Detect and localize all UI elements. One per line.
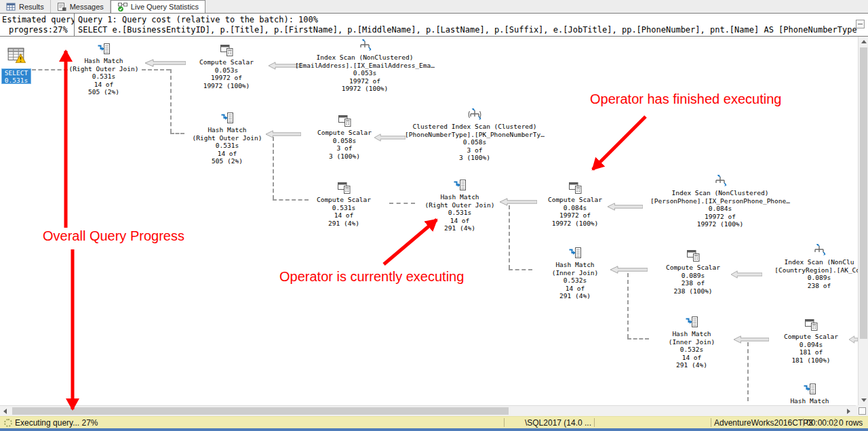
plan-node-select[interactable]: SELECT 0.531s xyxy=(1,68,31,84)
estimated-progress-line2: progress:27% xyxy=(2,25,72,35)
plan-edge-arrow xyxy=(849,335,858,344)
compute-scalar-icon xyxy=(804,318,818,331)
status-database-name: AdventureWorks2016CTP3 xyxy=(714,418,813,428)
plan-edge-dashed xyxy=(627,338,649,340)
index-scan-icon xyxy=(358,39,372,52)
status-elapsed-time: 00:00:02 xyxy=(806,418,838,428)
results-grid-icon xyxy=(6,2,16,12)
status-executing-text: Executing query... 27% xyxy=(15,418,98,428)
query-header-box: Query 1: Query cost (relative to the bat… xyxy=(75,14,868,36)
scroll-down-icon[interactable] xyxy=(861,398,867,402)
plan-edge-dashed xyxy=(389,203,415,204)
plan-edge-dashed xyxy=(627,273,629,338)
select-time: 0.531s xyxy=(2,77,31,84)
scroll-left-icon[interactable] xyxy=(3,409,7,414)
tab-messages[interactable]: Messages xyxy=(51,0,111,13)
query-text-line: SELECT e.[BusinessEntityID], p.[Title], … xyxy=(78,25,866,35)
index-scan-icon xyxy=(812,243,826,257)
plan-edge-dashed xyxy=(273,137,274,199)
estimated-progress-line1: Estimated query xyxy=(2,15,72,25)
plan-node-clustered-index-scan[interactable]: Clustered Index Scan (Clustered) [PhoneN… xyxy=(397,108,553,162)
scroll-right-icon[interactable] xyxy=(847,409,850,414)
tab-live-query-statistics[interactable]: Live Query Statistics xyxy=(111,0,205,13)
plan-node-compute-scalar-6[interactable]: Compute Scalar 0.094s 181 of 181 (100%) xyxy=(774,318,848,364)
plan-edge-dashed xyxy=(509,205,510,269)
plan-edge-arrow xyxy=(145,59,186,67)
compute-scalar-icon xyxy=(337,181,351,194)
compute-scalar-icon xyxy=(568,181,582,194)
vertical-scroll-thumb[interactable] xyxy=(860,47,867,339)
plan-edge-arrow xyxy=(608,203,643,211)
plan-node-compute-scalar-2[interactable]: Compute Scalar 0.058s 3 of 3 (100%) xyxy=(307,114,382,160)
plan-node-index-scan-emailaddress[interactable]: Index Scan (NonClustered) [EmailAddress]… xyxy=(287,39,443,93)
hash-match-icon xyxy=(568,246,582,260)
select-label: SELECT xyxy=(2,69,31,77)
plan-header: Estimated query progress:27% Query 1: Qu… xyxy=(0,13,868,37)
status-row-count: 0 rows xyxy=(839,418,863,428)
window-bottom-edge xyxy=(0,428,868,431)
index-scan-icon xyxy=(713,174,727,188)
scroll-up-icon[interactable] xyxy=(861,40,867,43)
plan-edge-dashed xyxy=(747,342,749,401)
plan-edge-arrow xyxy=(500,198,537,206)
tab-results[interactable]: Results xyxy=(0,0,51,13)
plan-node-compute-scalar-4-finished[interactable]: Compute Scalar 0.084s 19972 of 19972 (10… xyxy=(538,181,612,227)
hash-match-icon xyxy=(453,178,467,192)
plan-node-hash-match-1[interactable]: Hash Match (Right Outer Join) 0.531s 14 … xyxy=(60,42,148,96)
plan-node-hash-match-5[interactable]: Hash Match (Inner Join) 0.532s 14 of 291… xyxy=(648,315,736,369)
live-query-statistics-icon xyxy=(117,2,127,12)
status-separator xyxy=(594,418,595,427)
horizontal-scroll-thumb[interactable] xyxy=(12,407,509,415)
status-separator xyxy=(835,418,835,427)
compute-scalar-icon xyxy=(338,114,351,127)
tab-results-label: Results xyxy=(19,3,44,11)
select-result-icon xyxy=(7,46,26,64)
tab-messages-label: Messages xyxy=(70,3,104,11)
compute-scalar-icon xyxy=(686,249,700,262)
plan-node-hash-match-3-currently-executing[interactable]: Hash Match (Right Outer Join) 0.531s 14 … xyxy=(416,178,504,232)
plan-edge-dashed xyxy=(170,69,172,133)
plan-node-compute-scalar-1[interactable]: Compute Scalar 0.053s 19972 of 19972 (10… xyxy=(189,43,264,89)
hash-match-icon xyxy=(803,382,816,396)
estimated-progress-box: Estimated query progress:27% xyxy=(0,14,75,36)
plan-node-compute-scalar-3[interactable]: Compute Scalar 0.531s 14 of 291 (4%) xyxy=(307,181,381,227)
collapse-query-button[interactable] xyxy=(856,20,865,28)
annotation-finished-executing: Operator has finished executing xyxy=(590,91,781,107)
live-query-statistics-pane: Results Messages Live Query Statistics E… xyxy=(0,0,868,431)
status-separator xyxy=(711,418,711,427)
annotation-currently-executing: Operator is currently executing xyxy=(279,268,464,285)
status-server-name: \SQL2017 (14.0 ... xyxy=(506,418,591,428)
plan-edge-dashed xyxy=(273,199,309,201)
messages-document-icon xyxy=(57,2,66,12)
plan-vertical-scrollbar[interactable] xyxy=(858,37,868,405)
results-pane-tabbar: Results Messages Live Query Statistics xyxy=(0,0,868,13)
plan-edge-dashed xyxy=(170,133,184,134)
plan-node-compute-scalar-5[interactable]: Compute Scalar 0.089s 238 of 238 (100%) xyxy=(656,249,730,295)
status-separator xyxy=(803,418,804,427)
plan-node-hash-match-4[interactable]: Hash Match (Inner Join) 0.532s 14 of 291… xyxy=(531,246,619,300)
query-cost-line: Query 1: Query cost (relative to the bat… xyxy=(78,15,866,25)
scrollbar-corner-button[interactable] xyxy=(856,405,868,416)
plan-node-hash-match-6-partial[interactable]: Hash Match xyxy=(766,382,854,405)
plan-node-index-scan-personphone[interactable]: Index Scan (NonClustered) [PersonPhone].… xyxy=(642,174,798,228)
status-separator xyxy=(504,418,505,427)
plan-node-index-scan-countryregion[interactable]: Index Scan (NonClu [CountryRegion].[AK_C… xyxy=(741,243,868,289)
compute-scalar-icon xyxy=(220,43,233,57)
annotation-overall-progress: Overall Query Progress xyxy=(43,228,184,244)
hash-match-icon xyxy=(220,111,234,125)
plan-horizontal-scrollbar[interactable] xyxy=(0,405,856,416)
clustered-index-scan-icon xyxy=(468,108,481,121)
plan-edge-arrow xyxy=(734,335,769,344)
hash-match-icon xyxy=(685,315,698,329)
status-bar: Executing query... 27% \SQL2017 (14.0 ..… xyxy=(0,416,868,428)
plan-node-hash-match-2[interactable]: Hash Match (Right Outer Join) 0.531s 14 … xyxy=(183,111,271,165)
splitter-grip-icon xyxy=(859,407,866,415)
hash-match-icon xyxy=(97,42,111,56)
tab-lqs-label: Live Query Statistics xyxy=(131,3,199,11)
executing-spinner-icon xyxy=(4,419,12,427)
plan-edge-dashed xyxy=(509,269,532,270)
